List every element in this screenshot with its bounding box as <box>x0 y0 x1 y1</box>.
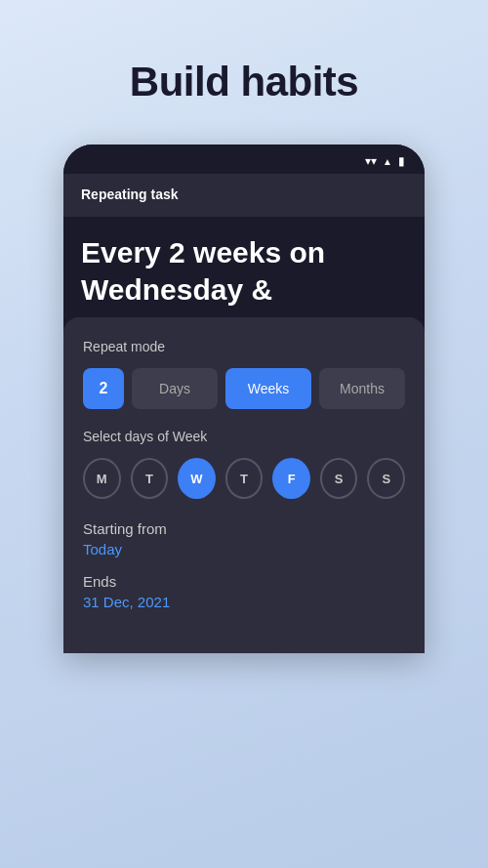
app-header: Repeating task <box>63 174 425 217</box>
phone-content: Every 2 weeks on Wednesday & <box>63 217 425 317</box>
repeat-mode-row: 2 Days Weeks Months <box>83 368 405 409</box>
ends-label: Ends <box>83 573 405 590</box>
days-button[interactable]: Days <box>132 368 218 409</box>
starting-from-value[interactable]: Today <box>83 541 405 558</box>
day-friday[interactable]: F <box>272 458 310 499</box>
main-content-text: Every 2 weeks on Wednesday & <box>81 234 407 308</box>
ends-value[interactable]: 31 Dec, 2021 <box>83 594 405 610</box>
day-monday[interactable]: M <box>83 458 121 499</box>
battery-icon: ▮ <box>398 154 405 168</box>
months-button[interactable]: Months <box>319 368 405 409</box>
weeks-button[interactable]: Weeks <box>225 368 311 409</box>
starting-from-section: Starting from Today <box>83 520 405 558</box>
header-title: Repeating task <box>81 186 179 202</box>
ends-section: Ends 31 Dec, 2021 <box>83 573 405 610</box>
day-thursday[interactable]: T <box>225 458 264 499</box>
days-of-week-label: Select days of Week <box>83 429 405 444</box>
day-saturday[interactable]: S <box>320 458 358 499</box>
status-bar: ▾▾ ▲ ▮ <box>63 145 425 174</box>
page-title: Build habits <box>130 59 358 105</box>
starting-from-label: Starting from <box>83 520 405 537</box>
repeat-mode-label: Repeat mode <box>83 339 405 354</box>
days-of-week-row: M T W T F S S <box>83 458 405 499</box>
day-wednesday[interactable]: W <box>178 458 216 499</box>
wifi-icon: ▾▾ <box>365 154 377 168</box>
bottom-sheet: Repeat mode 2 Days Weeks Months Select d… <box>63 317 425 653</box>
number-selector[interactable]: 2 <box>83 368 124 409</box>
phone-frame: ▾▾ ▲ ▮ Repeating task Every 2 weeks on W… <box>63 145 425 653</box>
signal-icon: ▲ <box>383 156 392 167</box>
day-tuesday[interactable]: T <box>131 458 169 499</box>
day-sunday[interactable]: S <box>367 458 405 499</box>
